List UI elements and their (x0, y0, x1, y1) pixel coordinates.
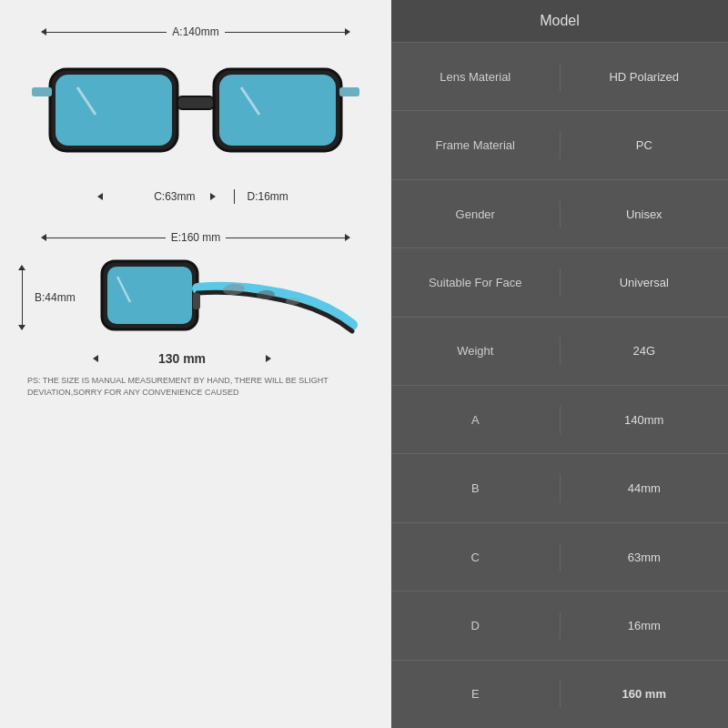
arrow-line (46, 32, 167, 33)
e-line2 (226, 238, 345, 238)
spec-key: E (391, 680, 561, 708)
spec-rows-container: Lens MaterialHD PolarizedFrame MaterialP… (391, 43, 728, 728)
svg-rect-7 (32, 87, 52, 96)
bottom-label: 130 mm (153, 351, 211, 366)
arrow-right-cap (345, 28, 350, 35)
measurement-note: PS: THE SIZE IS MANUAL MEASUREMENT BY HA… (18, 375, 373, 398)
spec-value: 16mm (561, 612, 729, 640)
spec-row: Weight24G (391, 318, 728, 386)
spec-table: Model Lens MaterialHD PolarizedFrame Mat… (391, 0, 728, 728)
b-vert-line (22, 270, 23, 325)
spec-row: Suitable For FaceUniversal (391, 248, 728, 317)
c-label: C:63mm (148, 190, 200, 203)
spec-row: B44mm (391, 454, 728, 522)
spec-value: 63mm (561, 543, 729, 571)
side-view-row: B:44mm (18, 248, 373, 348)
spec-key: D (391, 612, 561, 640)
spec-value: 24G (561, 337, 729, 365)
spec-value: Unisex (561, 200, 729, 228)
spec-row: D16mm (391, 592, 728, 660)
e-arrow-right (345, 234, 350, 241)
spec-key: Suitable For Face (391, 268, 561, 297)
spec-row: E160 mm (391, 661, 728, 728)
svg-rect-1 (56, 75, 172, 146)
svg-rect-4 (177, 96, 214, 109)
spec-row: C63mm (391, 523, 728, 592)
spec-key: Frame Material (391, 131, 561, 159)
bottom-arrow-right (266, 355, 271, 362)
glasses-front-svg (32, 42, 359, 187)
spec-value: 140mm (561, 406, 729, 434)
bottom-dimension-row: 130 mm (55, 351, 309, 366)
arrow-line (225, 32, 345, 33)
spec-key: Gender (391, 200, 561, 228)
spec-table-header: Model (391, 0, 728, 43)
spec-key: C (391, 543, 561, 571)
spec-key: A (391, 406, 561, 434)
svg-rect-3 (219, 75, 336, 146)
side-view-section: E:160 mm B:44mm (18, 231, 373, 366)
left-panel: A:140mm C:63mm (0, 0, 391, 728)
b-arrow-down (18, 325, 25, 330)
b-vert-arrow (18, 265, 25, 330)
spec-value: 44mm (561, 474, 729, 502)
spec-value: 160 mm (561, 680, 729, 708)
e-line (46, 238, 166, 238)
spec-row: GenderUnisex (391, 180, 728, 248)
spec-key: Lens Material (391, 63, 561, 91)
spec-row: Frame MaterialPC (391, 111, 728, 179)
a-dimension-arrow: A:140mm (41, 25, 350, 38)
b-label: B:44mm (29, 291, 81, 304)
a-label: A:140mm (167, 25, 224, 38)
right-panel: Model Lens MaterialHD PolarizedFrame Mat… (391, 0, 728, 728)
spec-row: Lens MaterialHD Polarized (391, 43, 728, 111)
svg-rect-8 (339, 87, 359, 96)
spec-value: PC (561, 131, 729, 159)
spec-key: Weight (391, 337, 561, 365)
spec-value: HD Polarized (561, 63, 729, 91)
d-label: D:16mm (242, 190, 294, 203)
bottom-arrow-left (93, 355, 98, 362)
spec-row: A140mm (391, 386, 728, 454)
e-dimension-arrow: E:160 mm (41, 231, 350, 244)
c-arrow-left (97, 193, 103, 200)
spec-key: B (391, 474, 561, 502)
svg-rect-17 (193, 293, 200, 309)
e-label: E:160 mm (166, 231, 227, 244)
spec-value: Universal (561, 268, 729, 297)
tick-line (234, 189, 235, 204)
c-arrow-right (210, 193, 216, 200)
svg-rect-12 (107, 267, 192, 324)
cd-row: C:63mm D:16mm (23, 189, 369, 204)
glasses-side-svg (97, 248, 361, 348)
